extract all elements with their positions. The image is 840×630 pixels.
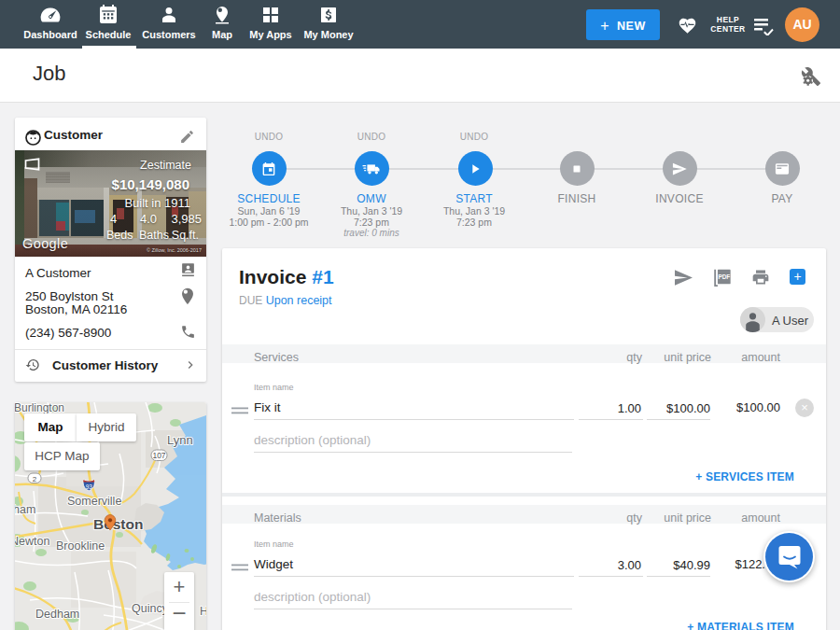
svg-text:Boston: Boston [93, 516, 143, 532]
svg-text:Newton: Newton [15, 535, 49, 548]
svg-text:Dedham: Dedham [35, 608, 79, 621]
svg-text:107: 107 [152, 451, 165, 460]
svg-text:Brookline: Brookline [56, 539, 105, 553]
svg-text:Hi: Hi [200, 605, 206, 618]
svg-text:PDF: PDF [718, 273, 730, 280]
svg-text:Lynn: Lynn [167, 433, 193, 447]
svg-text:Somerville: Somerville [67, 495, 121, 508]
svg-text:93: 93 [86, 483, 93, 490]
svg-text:ham: ham [15, 503, 35, 516]
svg-text:2: 2 [33, 475, 37, 483]
svg-text:Quincy: Quincy [132, 602, 169, 615]
